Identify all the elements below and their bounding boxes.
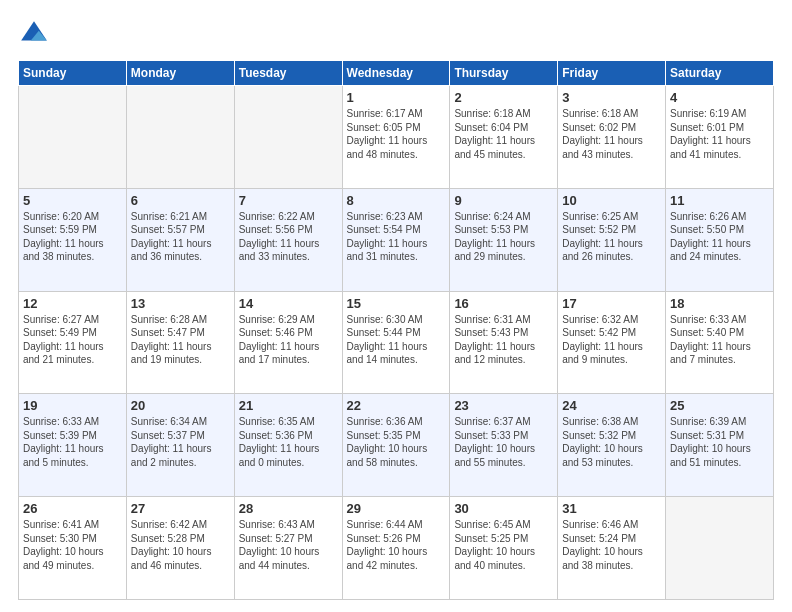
calendar-cell: 11Sunrise: 6:26 AMSunset: 5:50 PMDayligh… <box>666 188 774 291</box>
day-number: 18 <box>670 296 769 311</box>
day-number: 27 <box>131 501 230 516</box>
weekday-header: Friday <box>558 61 666 86</box>
calendar-cell: 16Sunrise: 6:31 AMSunset: 5:43 PMDayligh… <box>450 291 558 394</box>
calendar-cell: 8Sunrise: 6:23 AMSunset: 5:54 PMDaylight… <box>342 188 450 291</box>
calendar-week-row: 5Sunrise: 6:20 AMSunset: 5:59 PMDaylight… <box>19 188 774 291</box>
day-number: 24 <box>562 398 661 413</box>
day-info: Sunrise: 6:20 AMSunset: 5:59 PMDaylight:… <box>23 210 122 264</box>
day-number: 23 <box>454 398 553 413</box>
calendar-cell: 2Sunrise: 6:18 AMSunset: 6:04 PMDaylight… <box>450 86 558 189</box>
day-number: 20 <box>131 398 230 413</box>
calendar-cell <box>234 86 342 189</box>
day-info: Sunrise: 6:38 AMSunset: 5:32 PMDaylight:… <box>562 415 661 469</box>
day-number: 22 <box>347 398 446 413</box>
calendar-cell: 24Sunrise: 6:38 AMSunset: 5:32 PMDayligh… <box>558 394 666 497</box>
day-info: Sunrise: 6:24 AMSunset: 5:53 PMDaylight:… <box>454 210 553 264</box>
calendar-cell: 15Sunrise: 6:30 AMSunset: 5:44 PMDayligh… <box>342 291 450 394</box>
calendar-cell: 7Sunrise: 6:22 AMSunset: 5:56 PMDaylight… <box>234 188 342 291</box>
weekday-header: Monday <box>126 61 234 86</box>
day-info: Sunrise: 6:26 AMSunset: 5:50 PMDaylight:… <box>670 210 769 264</box>
day-number: 3 <box>562 90 661 105</box>
day-number: 11 <box>670 193 769 208</box>
day-info: Sunrise: 6:25 AMSunset: 5:52 PMDaylight:… <box>562 210 661 264</box>
calendar-cell: 22Sunrise: 6:36 AMSunset: 5:35 PMDayligh… <box>342 394 450 497</box>
day-number: 28 <box>239 501 338 516</box>
day-info: Sunrise: 6:27 AMSunset: 5:49 PMDaylight:… <box>23 313 122 367</box>
weekday-header: Wednesday <box>342 61 450 86</box>
day-info: Sunrise: 6:33 AMSunset: 5:39 PMDaylight:… <box>23 415 122 469</box>
day-number: 26 <box>23 501 122 516</box>
calendar-cell: 28Sunrise: 6:43 AMSunset: 5:27 PMDayligh… <box>234 497 342 600</box>
day-number: 2 <box>454 90 553 105</box>
calendar-cell: 20Sunrise: 6:34 AMSunset: 5:37 PMDayligh… <box>126 394 234 497</box>
day-info: Sunrise: 6:22 AMSunset: 5:56 PMDaylight:… <box>239 210 338 264</box>
weekday-header-row: SundayMondayTuesdayWednesdayThursdayFrid… <box>19 61 774 86</box>
day-info: Sunrise: 6:36 AMSunset: 5:35 PMDaylight:… <box>347 415 446 469</box>
day-info: Sunrise: 6:46 AMSunset: 5:24 PMDaylight:… <box>562 518 661 572</box>
calendar-cell: 26Sunrise: 6:41 AMSunset: 5:30 PMDayligh… <box>19 497 127 600</box>
day-number: 17 <box>562 296 661 311</box>
day-number: 31 <box>562 501 661 516</box>
day-info: Sunrise: 6:35 AMSunset: 5:36 PMDaylight:… <box>239 415 338 469</box>
day-info: Sunrise: 6:43 AMSunset: 5:27 PMDaylight:… <box>239 518 338 572</box>
day-info: Sunrise: 6:21 AMSunset: 5:57 PMDaylight:… <box>131 210 230 264</box>
calendar-week-row: 12Sunrise: 6:27 AMSunset: 5:49 PMDayligh… <box>19 291 774 394</box>
calendar-cell <box>126 86 234 189</box>
calendar-table: SundayMondayTuesdayWednesdayThursdayFrid… <box>18 60 774 600</box>
calendar-cell: 9Sunrise: 6:24 AMSunset: 5:53 PMDaylight… <box>450 188 558 291</box>
day-number: 13 <box>131 296 230 311</box>
day-info: Sunrise: 6:18 AMSunset: 6:02 PMDaylight:… <box>562 107 661 161</box>
day-info: Sunrise: 6:44 AMSunset: 5:26 PMDaylight:… <box>347 518 446 572</box>
calendar-cell: 27Sunrise: 6:42 AMSunset: 5:28 PMDayligh… <box>126 497 234 600</box>
calendar-cell <box>19 86 127 189</box>
day-number: 1 <box>347 90 446 105</box>
day-info: Sunrise: 6:23 AMSunset: 5:54 PMDaylight:… <box>347 210 446 264</box>
day-info: Sunrise: 6:33 AMSunset: 5:40 PMDaylight:… <box>670 313 769 367</box>
calendar-cell: 14Sunrise: 6:29 AMSunset: 5:46 PMDayligh… <box>234 291 342 394</box>
day-info: Sunrise: 6:37 AMSunset: 5:33 PMDaylight:… <box>454 415 553 469</box>
day-info: Sunrise: 6:18 AMSunset: 6:04 PMDaylight:… <box>454 107 553 161</box>
calendar-cell: 17Sunrise: 6:32 AMSunset: 5:42 PMDayligh… <box>558 291 666 394</box>
calendar-cell: 19Sunrise: 6:33 AMSunset: 5:39 PMDayligh… <box>19 394 127 497</box>
day-info: Sunrise: 6:31 AMSunset: 5:43 PMDaylight:… <box>454 313 553 367</box>
logo <box>18 18 52 50</box>
weekday-header: Sunday <box>19 61 127 86</box>
day-number: 7 <box>239 193 338 208</box>
calendar-cell: 5Sunrise: 6:20 AMSunset: 5:59 PMDaylight… <box>19 188 127 291</box>
day-number: 19 <box>23 398 122 413</box>
day-info: Sunrise: 6:19 AMSunset: 6:01 PMDaylight:… <box>670 107 769 161</box>
day-number: 21 <box>239 398 338 413</box>
calendar-cell: 25Sunrise: 6:39 AMSunset: 5:31 PMDayligh… <box>666 394 774 497</box>
page: SundayMondayTuesdayWednesdayThursdayFrid… <box>0 0 792 612</box>
day-number: 12 <box>23 296 122 311</box>
header <box>18 18 774 50</box>
day-number: 29 <box>347 501 446 516</box>
day-info: Sunrise: 6:29 AMSunset: 5:46 PMDaylight:… <box>239 313 338 367</box>
day-number: 15 <box>347 296 446 311</box>
day-info: Sunrise: 6:45 AMSunset: 5:25 PMDaylight:… <box>454 518 553 572</box>
day-number: 25 <box>670 398 769 413</box>
day-info: Sunrise: 6:34 AMSunset: 5:37 PMDaylight:… <box>131 415 230 469</box>
calendar-week-row: 1Sunrise: 6:17 AMSunset: 6:05 PMDaylight… <box>19 86 774 189</box>
calendar-cell: 1Sunrise: 6:17 AMSunset: 6:05 PMDaylight… <box>342 86 450 189</box>
calendar-cell: 6Sunrise: 6:21 AMSunset: 5:57 PMDaylight… <box>126 188 234 291</box>
day-info: Sunrise: 6:42 AMSunset: 5:28 PMDaylight:… <box>131 518 230 572</box>
calendar-cell: 10Sunrise: 6:25 AMSunset: 5:52 PMDayligh… <box>558 188 666 291</box>
day-number: 30 <box>454 501 553 516</box>
weekday-header: Tuesday <box>234 61 342 86</box>
logo-icon <box>18 18 50 50</box>
day-number: 14 <box>239 296 338 311</box>
calendar-cell: 3Sunrise: 6:18 AMSunset: 6:02 PMDaylight… <box>558 86 666 189</box>
day-number: 16 <box>454 296 553 311</box>
calendar-week-row: 19Sunrise: 6:33 AMSunset: 5:39 PMDayligh… <box>19 394 774 497</box>
day-number: 10 <box>562 193 661 208</box>
day-number: 6 <box>131 193 230 208</box>
calendar-cell: 30Sunrise: 6:45 AMSunset: 5:25 PMDayligh… <box>450 497 558 600</box>
calendar-cell: 21Sunrise: 6:35 AMSunset: 5:36 PMDayligh… <box>234 394 342 497</box>
day-info: Sunrise: 6:32 AMSunset: 5:42 PMDaylight:… <box>562 313 661 367</box>
calendar-cell: 29Sunrise: 6:44 AMSunset: 5:26 PMDayligh… <box>342 497 450 600</box>
calendar-cell: 23Sunrise: 6:37 AMSunset: 5:33 PMDayligh… <box>450 394 558 497</box>
day-number: 9 <box>454 193 553 208</box>
weekday-header: Saturday <box>666 61 774 86</box>
day-number: 5 <box>23 193 122 208</box>
